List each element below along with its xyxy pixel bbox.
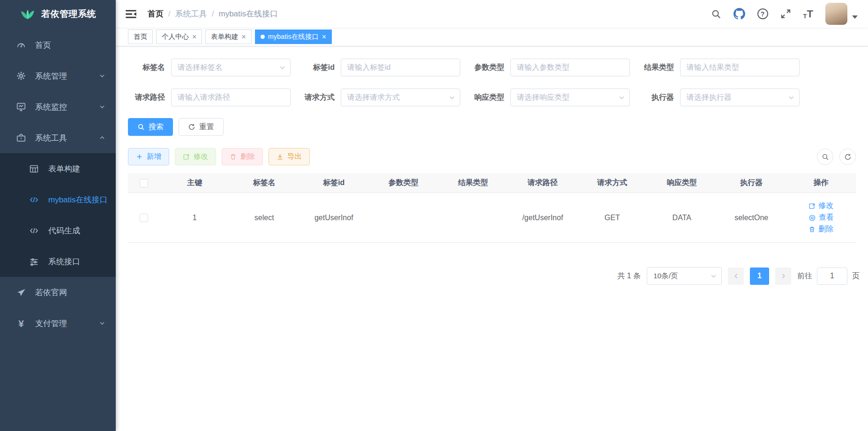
paper-plane-icon (15, 286, 27, 298)
page-number-button[interactable]: 1 (750, 268, 769, 285)
header-search-icon[interactable] (711, 9, 721, 19)
filter-label: 结果类型 (637, 63, 680, 73)
request-path-input-wrap (171, 89, 291, 106)
sidebar-item-form-builder[interactable]: 表单构建 (0, 153, 116, 184)
add-button-label: 新增 (147, 152, 161, 162)
filter-label: 请求方式 (298, 93, 341, 103)
executor-select-input[interactable] (680, 89, 800, 106)
eye-icon (808, 214, 816, 222)
sidebar-item-system-api[interactable]: 系统接口 (0, 246, 116, 277)
reset-button[interactable]: 重置 (179, 118, 224, 136)
navbar-actions: ? TT (711, 3, 858, 25)
request-method-select[interactable] (341, 89, 460, 106)
filter-label: 标签id (298, 63, 341, 73)
sidebar-item-label: 表单构建 (48, 163, 80, 174)
tab-profile[interactable]: 个人中心 × (156, 30, 202, 44)
sidebar-item-code-gen[interactable]: 代码生成 (0, 215, 116, 246)
header-tag-id: 标签id (299, 178, 369, 188)
close-icon[interactable]: × (241, 33, 246, 41)
navbar: 首页 / 系统工具 / mybatis在线接口 ? (116, 0, 868, 28)
main-area: 首页 / 系统工具 / mybatis在线接口 ? (116, 0, 868, 431)
header-executor: 执行器 (717, 178, 786, 188)
filter-row-1: 标签名 标签id 参数类型 (128, 59, 856, 76)
select-all-checkbox[interactable] (140, 179, 148, 187)
result-type-input[interactable] (680, 59, 800, 76)
sidebar-item-label: 支付管理 (35, 318, 67, 329)
code-icon (28, 193, 40, 206)
request-path-input[interactable] (171, 89, 291, 106)
code-icon (28, 224, 40, 237)
pagination-total: 共 1 条 (617, 271, 641, 281)
github-icon[interactable] (733, 8, 745, 20)
tab-mybatis-api[interactable]: mybatis在线接口 × (255, 30, 332, 44)
chevron-down-icon (99, 104, 105, 110)
goto-page-input[interactable] (817, 268, 847, 285)
tab-home[interactable]: 首页 (128, 30, 153, 44)
refresh-table-button[interactable] (839, 149, 856, 165)
row-delete-link[interactable]: 删除 (808, 224, 833, 234)
filter-result-type: 结果类型 (637, 59, 806, 76)
sidebar-item-mybatis-api[interactable]: mybatis在线接口 (0, 184, 116, 215)
search-button[interactable]: 搜索 (128, 118, 173, 136)
sidebar-menu: 首页 系统管理 (0, 28, 116, 339)
trash-icon (808, 226, 816, 233)
sidebar-item-system-monitor[interactable]: 系统监控 (0, 91, 116, 122)
font-size-icon[interactable]: TT (803, 9, 813, 19)
breadcrumb-home[interactable]: 首页 (148, 8, 164, 19)
tag-id-input[interactable] (341, 59, 460, 76)
request-method-select-input[interactable] (341, 89, 460, 106)
filter-request-path: 请求路径 (128, 89, 297, 106)
header-result-type: 结果类型 (438, 178, 508, 188)
delete-button[interactable]: 删除 (222, 148, 263, 165)
sidebar-item-official-site[interactable]: 若依官网 (0, 277, 116, 308)
user-menu[interactable] (825, 3, 858, 25)
fullscreen-icon[interactable] (780, 8, 791, 19)
table-header-row: 主键 标签名 标签id 参数类型 结果类型 请求路径 请求方式 响应类型 执行器… (128, 173, 856, 193)
sidebar-item-system-tools[interactable]: 系统工具 (0, 122, 116, 153)
response-type-select-input[interactable] (510, 89, 630, 106)
edit-icon (808, 202, 816, 209)
header-checkbox-cell (128, 179, 160, 187)
avatar[interactable] (825, 3, 847, 25)
tag-name-select-input[interactable] (171, 59, 291, 76)
row-view-link[interactable]: 查看 (808, 213, 834, 223)
header-operations: 操作 (786, 178, 856, 188)
param-type-input[interactable] (510, 59, 630, 76)
tag-name-select[interactable] (171, 59, 291, 76)
toggle-search-button[interactable] (817, 149, 833, 165)
chevron-down-icon (99, 320, 105, 327)
close-icon[interactable]: × (192, 33, 196, 41)
header-param-type: 参数类型 (369, 178, 439, 188)
row-checkbox[interactable] (140, 214, 148, 222)
breadcrumb-separator: / (212, 9, 214, 19)
page-content: 标签名 标签id 参数类型 (116, 46, 868, 431)
sidebar-item-system-manage[interactable]: 系统管理 (0, 60, 116, 91)
table-toolbar: 新增 修改 删除 (128, 148, 856, 165)
cell-id: 1 (160, 214, 230, 222)
close-icon[interactable]: × (322, 33, 326, 41)
sidebar-item-label: 首页 (35, 40, 51, 51)
row-edit-link[interactable]: 修改 (808, 201, 833, 211)
add-button[interactable]: 新增 (128, 148, 169, 165)
help-icon[interactable]: ? (757, 8, 768, 19)
sidebar-item-label: 系统监控 (35, 102, 67, 112)
tab-form-builder[interactable]: 表单构建 × (205, 30, 251, 44)
table-icon (28, 163, 40, 175)
sidebar-item-label: 系统工具 (35, 133, 67, 143)
breadcrumb: 首页 / 系统工具 / mybatis在线接口 (148, 8, 278, 19)
sidebar-item-home[interactable]: 首页 (0, 30, 116, 60)
sidebar-item-payment-manage[interactable]: ¥ 支付管理 (0, 308, 116, 339)
edit-button[interactable]: 修改 (175, 148, 216, 165)
executor-select[interactable] (680, 89, 800, 106)
prev-page-button[interactable] (728, 268, 744, 285)
page-size-select[interactable] (647, 267, 722, 285)
cell-tag-name: select (230, 214, 299, 222)
logo[interactable]: 若依管理系统 (0, 0, 116, 28)
header-tag-name: 标签名 (230, 178, 299, 188)
export-button[interactable]: 导出 (269, 148, 310, 165)
next-page-button[interactable] (775, 268, 791, 285)
sidebar-collapse-icon[interactable] (125, 8, 137, 20)
tags-view: 首页 个人中心 × 表单构建 × mybatis在线接口 × (116, 28, 868, 46)
logo-leaf-icon (20, 8, 36, 20)
response-type-select[interactable] (510, 89, 630, 106)
